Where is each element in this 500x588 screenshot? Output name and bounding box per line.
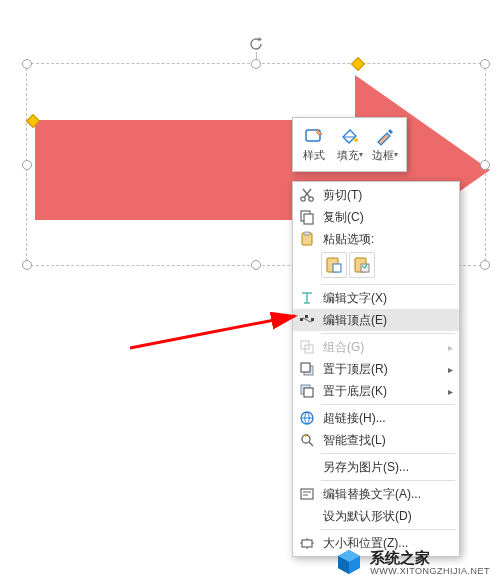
submenu-arrow-icon: ▸ (448, 386, 453, 397)
handle-tm[interactable] (251, 59, 261, 69)
canvas: 样式 填充▾ 边框▾ 剪切(T) 复制(C) 粘贴选项: (0, 0, 500, 588)
paste-opt-1[interactable] (321, 252, 347, 278)
menu-separator (321, 529, 455, 530)
alt-text-icon (297, 485, 317, 503)
svg-rect-23 (301, 489, 313, 499)
context-menu: 剪切(T) 复制(C) 粘贴选项: 编辑文字(X) 编辑顶点(E) 组合(G) … (292, 181, 460, 557)
style-label: 样式 (303, 148, 325, 163)
watermark-url: WWW.XITONGZHIJIA.NET (370, 567, 490, 577)
watermark: 系统之家 WWW.XITONGZHIJIA.NET (334, 547, 490, 580)
menu-send-back[interactable]: 置于底层(K) ▸ (293, 380, 459, 402)
menu-group: 组合(G) ▸ (293, 336, 459, 358)
submenu-arrow-icon: ▸ (448, 342, 453, 353)
group-icon (297, 338, 317, 356)
fill-icon (340, 126, 360, 146)
smart-lookup-icon (297, 431, 317, 449)
menu-copy[interactable]: 复制(C) (293, 206, 459, 228)
send-back-icon (297, 382, 317, 400)
mini-toolbar: 样式 填充▾ 边框▾ (292, 117, 407, 172)
cut-icon (297, 186, 317, 204)
menu-edit-text[interactable]: 编辑文字(X) (293, 287, 459, 309)
style-button[interactable]: 样式 (296, 121, 332, 168)
copy-icon (297, 208, 317, 226)
outline-icon (375, 126, 395, 146)
svg-rect-9 (333, 264, 341, 272)
handle-bl[interactable] (22, 260, 32, 270)
handle-bm[interactable] (251, 260, 261, 270)
rotate-line (256, 52, 257, 64)
menu-separator (321, 333, 455, 334)
watermark-logo-icon (334, 547, 364, 580)
svg-rect-5 (304, 214, 313, 224)
menu-cut[interactable]: 剪切(T) (293, 184, 459, 206)
menu-separator (321, 404, 455, 405)
chevron-down-icon: ▾ (359, 150, 363, 159)
svg-point-3 (309, 197, 313, 201)
paste-opt-2[interactable] (349, 252, 375, 278)
svg-rect-7 (304, 232, 310, 235)
menu-hyperlink[interactable]: 超链接(H)... (293, 407, 459, 429)
watermark-title: 系统之家 (370, 550, 490, 567)
svg-rect-20 (304, 388, 313, 397)
menu-smart-lookup[interactable]: 智能查找(L) (293, 429, 459, 451)
svg-rect-12 (300, 318, 303, 321)
fill-label: 填充 (337, 149, 359, 161)
menu-separator (321, 480, 455, 481)
edit-text-icon (297, 289, 317, 307)
submenu-arrow-icon: ▸ (448, 364, 453, 375)
rotate-handle[interactable] (248, 36, 264, 52)
bring-front-icon (297, 360, 317, 378)
handle-ml[interactable] (22, 160, 32, 170)
outline-button[interactable]: 边框▾ (367, 121, 403, 168)
svg-rect-13 (305, 315, 308, 318)
svg-rect-24 (302, 540, 312, 547)
outline-label: 边框 (372, 149, 394, 161)
fill-button[interactable]: 填充▾ (332, 121, 368, 168)
menu-save-as-picture[interactable]: 另存为图片(S)... (293, 456, 459, 478)
menu-separator (321, 284, 455, 285)
style-icon (304, 126, 324, 146)
handle-tl[interactable] (22, 59, 32, 69)
adjust-handle-1[interactable] (351, 57, 365, 71)
paste-options (293, 250, 459, 282)
edit-points-icon (297, 311, 317, 329)
svg-point-1 (354, 138, 358, 142)
menu-bring-front[interactable]: 置于顶层(R) ▸ (293, 358, 459, 380)
callout-arrow (125, 310, 305, 350)
chevron-down-icon: ▾ (394, 150, 398, 159)
paste-icon (297, 230, 317, 248)
menu-separator (321, 453, 455, 454)
menu-paste-section: 粘贴选项: (293, 228, 459, 250)
menu-edit-alt-text[interactable]: 编辑替换文字(A)... (293, 483, 459, 505)
svg-point-2 (301, 197, 305, 201)
svg-rect-18 (301, 363, 310, 372)
menu-edit-points[interactable]: 编辑顶点(E) (293, 309, 459, 331)
hyperlink-icon (297, 409, 317, 427)
handle-tr[interactable] (480, 59, 490, 69)
svg-rect-14 (311, 318, 314, 321)
menu-set-default-shape[interactable]: 设为默认形状(D) (293, 505, 459, 527)
svg-line-25 (130, 316, 295, 348)
size-position-icon (297, 534, 317, 552)
